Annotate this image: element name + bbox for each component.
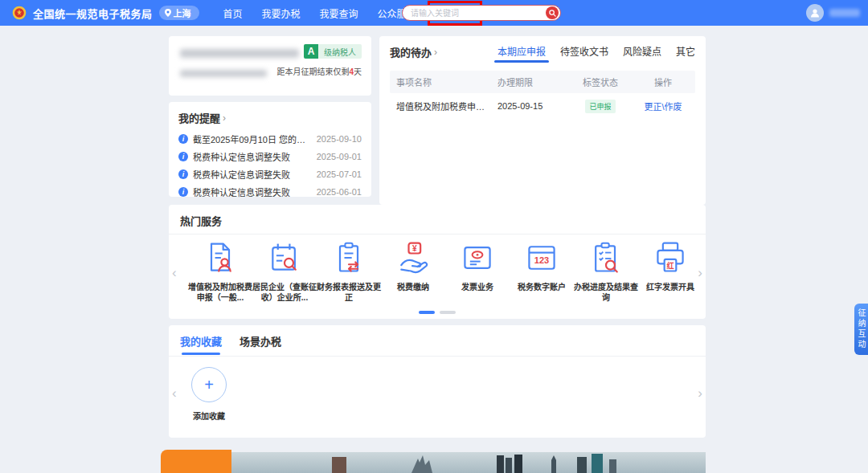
digital-account-icon: 123 xyxy=(524,240,559,275)
todo-item-name: 增值税及附加税费申报（一般纳税人适... xyxy=(396,100,497,112)
search-icon xyxy=(549,10,556,17)
person-icon xyxy=(809,7,821,18)
banner-orange-panel xyxy=(161,450,231,473)
plus-icon: + xyxy=(204,376,214,394)
tab-other[interactable]: 其它 xyxy=(676,44,695,63)
todo-table-header: 事项名称 办理期限 标签状态 操作 xyxy=(390,71,695,93)
hot-services-card: 热门服务 ‹ › 增值税及附加税费申报（一般... xyxy=(169,205,706,319)
username-blurred xyxy=(829,9,860,17)
todo-tabs: 本期应申报 待签收文书 风险疑点 其它 xyxy=(497,44,695,63)
service-digital-account[interactable]: 123 税务数字账户 xyxy=(510,240,574,303)
tab-current-period-filing[interactable]: 本期应申报 xyxy=(497,44,546,63)
todo-item-deadline: 2025-09-15 xyxy=(497,101,563,111)
carousel-dot-2[interactable] xyxy=(440,311,456,314)
credit-grade-badge: A 级纳税人 xyxy=(304,44,362,59)
reminder-item[interactable]: i 税费种认定信息调整失败 2025-06-01 xyxy=(178,183,362,201)
search-button[interactable] xyxy=(546,6,559,19)
search-bar xyxy=(402,5,561,21)
interaction-floating-tab[interactable]: 征纳互动 xyxy=(854,304,868,355)
service-resident-enterprise[interactable]: 居民企业（查账征收）企业所... xyxy=(252,240,317,303)
todo-card: 我的待办› 本期应申报 待签收文书 风险疑点 其它 事项名称 办理期限 标签状态… xyxy=(379,36,706,205)
location-label: 上海 xyxy=(174,6,191,19)
vat-declaration-icon xyxy=(203,240,238,275)
favorites-prev-button[interactable]: ‹ xyxy=(172,386,177,400)
tab-risk-doubts[interactable]: 风险疑点 xyxy=(623,44,661,63)
service-invoice-business[interactable]: 发票业务 xyxy=(445,240,510,303)
taxpayer-info-card: A 级纳税人 距本月征期结束仅剩4天 xyxy=(169,36,371,96)
service-vat-declaration[interactable]: 增值税及附加税费申报（一般... xyxy=(188,240,252,303)
progress-query-icon xyxy=(588,240,624,275)
divider xyxy=(169,356,706,357)
red-invoice-icon: 红 xyxy=(653,240,688,275)
divider xyxy=(169,234,706,234)
service-red-invoice[interactable]: 红 红字发票开具 xyxy=(638,240,702,303)
carousel-dot-1[interactable] xyxy=(419,311,435,314)
reminder-item[interactable]: i 税费种认定信息调整失败 2025-09-01 xyxy=(178,148,362,165)
svg-text:¥: ¥ xyxy=(412,244,417,253)
svg-text:红: 红 xyxy=(666,261,674,270)
info-icon: i xyxy=(178,134,188,144)
filing-deadline-notice: 距本月征期结束仅剩4天 xyxy=(276,65,362,77)
reminder-item[interactable]: i 截至2025年09月10日 您的企业有待... 2025-09-10 xyxy=(178,130,362,148)
tab-documents-to-sign[interactable]: 待签收文书 xyxy=(560,44,608,63)
digits-123: 123 xyxy=(534,255,549,265)
financial-report-icon xyxy=(331,240,366,275)
grade-label: 级纳税人 xyxy=(318,44,362,59)
service-tax-payment[interactable]: ¥ 税费缴纳 xyxy=(381,240,445,303)
nav-item-query[interactable]: 我要查询 xyxy=(320,6,358,20)
reminders-card: 我的提醒› i 截至2025年09月10日 您的企业有待... 2025-09-… xyxy=(169,102,371,197)
services-carousel: 增值税及附加税费申报（一般... 居民企业（查账征收）企业所... xyxy=(177,240,714,303)
status-badge: 已申报 xyxy=(585,100,615,113)
info-icon: i xyxy=(178,187,188,197)
invoice-business-icon xyxy=(460,240,495,275)
promo-banner[interactable] xyxy=(161,450,706,473)
location-pin-icon xyxy=(165,9,171,17)
reminders-title[interactable]: 我的提醒› xyxy=(178,110,362,125)
location-selector[interactable]: 上海 xyxy=(159,6,199,20)
grade-letter: A xyxy=(304,44,318,59)
add-favorite-button[interactable]: + 添加收藏 xyxy=(191,367,227,422)
site-title: 全国统一规范电子税务局 xyxy=(33,6,153,21)
todo-title[interactable]: 我的待办› xyxy=(390,44,437,59)
nav-item-home[interactable]: 首页 xyxy=(223,6,243,20)
services-prev-button[interactable]: ‹ xyxy=(172,266,177,279)
todo-table-row: 增值税及附加税费申报（一般纳税人适... 2025-09-15 已申报 更正\作… xyxy=(390,93,695,119)
favorites-card: 我的收藏 场景办税 ‹ › + 添加收藏 xyxy=(169,325,706,438)
company-name-blurred xyxy=(180,49,299,58)
brand: 全国统一规范电子税务局 上海 xyxy=(11,5,199,21)
tax-payment-icon: ¥ xyxy=(395,240,431,275)
reminders-list: i 截至2025年09月10日 您的企业有待... 2025-09-10 i 税… xyxy=(178,130,362,201)
hot-services-title: 热门服务 xyxy=(180,213,694,228)
search-input[interactable] xyxy=(403,9,546,18)
tab-my-favorites[interactable]: 我的收藏 xyxy=(180,333,222,355)
resident-enterprise-icon xyxy=(267,240,302,275)
correct-void-link[interactable]: 更正\作废 xyxy=(644,102,682,112)
carousel-dots xyxy=(419,311,456,314)
arrow-right-icon: › xyxy=(223,112,226,124)
tax-emblem-icon xyxy=(11,5,27,21)
top-navbar: 全国统一规范电子税务局 上海 首页 我要办税 我要查询 公众服务 地方特色 xyxy=(0,0,868,26)
arrow-right-icon: › xyxy=(434,47,437,58)
taxpayer-id-blurred xyxy=(180,70,267,77)
reminder-item[interactable]: i 税费种认定信息调整失败 2025-07-01 xyxy=(178,165,362,183)
tab-scenario-tax[interactable]: 场景办税 xyxy=(240,333,281,355)
favorites-tabs: 我的收藏 场景办税 xyxy=(180,333,694,355)
service-financial-report[interactable]: 财务报表报送及更正 xyxy=(317,240,381,303)
favorites-next-button[interactable]: › xyxy=(698,386,702,400)
info-icon: i xyxy=(178,169,188,179)
info-icon: i xyxy=(178,152,188,161)
page: 全国统一规范电子税务局 上海 首页 我要办税 我要查询 公众服务 地方特色 xyxy=(0,0,868,473)
service-progress-query[interactable]: 办税进度及结果查询 xyxy=(574,240,638,303)
user-avatar[interactable] xyxy=(806,4,824,22)
city-skyline-image xyxy=(231,452,706,473)
nav-item-tax-handling[interactable]: 我要办税 xyxy=(262,6,301,20)
